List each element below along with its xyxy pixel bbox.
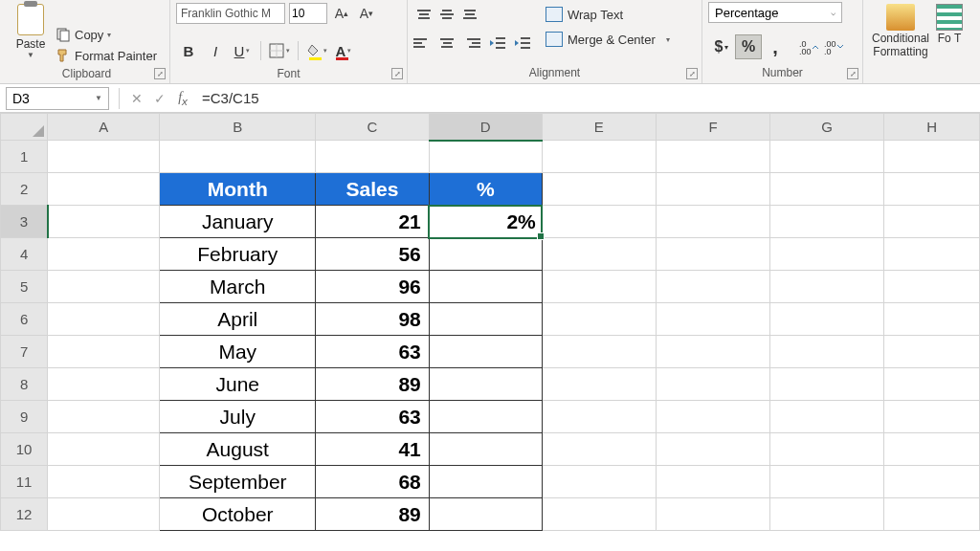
cell-G7[interactable] [770, 336, 884, 368]
cell-A4[interactable] [48, 238, 160, 271]
column-header-D[interactable]: D [429, 114, 542, 141]
percent-format-button[interactable]: % [735, 34, 762, 59]
cell-F2[interactable] [656, 173, 769, 206]
cell-C4[interactable]: 56 [316, 238, 430, 271]
cell-D2[interactable]: % [429, 173, 542, 206]
cell-A9[interactable] [48, 401, 160, 433]
cell-G11[interactable] [770, 466, 884, 498]
cell-F10[interactable] [656, 433, 769, 466]
cell-G10[interactable] [770, 433, 884, 466]
cell-G1[interactable] [770, 141, 884, 173]
cell-D1[interactable] [429, 141, 542, 173]
comma-format-button[interactable]: , [762, 34, 789, 59]
fill-color-button[interactable]: ▾ [304, 38, 329, 63]
cell-F12[interactable] [656, 498, 769, 531]
font-dialog-launcher[interactable]: ⤢ [391, 68, 403, 79]
cell-B4[interactable]: February [160, 238, 316, 271]
align-left-button[interactable] [413, 33, 434, 54]
cell-A7[interactable] [48, 336, 160, 368]
increase-indent-button[interactable] [511, 33, 534, 54]
cell-F1[interactable] [656, 141, 769, 173]
cell-G3[interactable] [770, 206, 884, 238]
cell-H5[interactable] [884, 271, 980, 303]
cell-B2[interactable]: Month [160, 173, 316, 206]
cell-E6[interactable] [542, 303, 656, 336]
column-header-A[interactable]: A [48, 114, 160, 141]
row-header-7[interactable]: 7 [1, 336, 48, 368]
copy-button[interactable]: Copy ▾ [56, 25, 157, 44]
cell-G2[interactable] [770, 173, 884, 206]
row-header-4[interactable]: 4 [1, 238, 48, 271]
cell-E11[interactable] [542, 466, 656, 498]
align-middle-button[interactable] [436, 4, 457, 25]
cell-C5[interactable]: 96 [316, 271, 430, 303]
row-header-12[interactable]: 12 [1, 498, 48, 531]
cell-C1[interactable] [316, 141, 430, 173]
cell-D6[interactable] [429, 303, 542, 336]
cell-B3[interactable]: January [160, 206, 316, 238]
cell-H2[interactable] [884, 173, 980, 206]
column-header-F[interactable]: F [656, 114, 769, 141]
merge-center-button[interactable]: Merge & Center ▾ [546, 29, 670, 50]
cell-C9[interactable]: 63 [316, 401, 430, 433]
cell-D11[interactable] [429, 466, 542, 498]
number-format-select[interactable]: Percentage ⌵ [708, 2, 842, 23]
cell-D7[interactable] [429, 336, 542, 368]
cell-E4[interactable] [542, 238, 656, 271]
enter-formula-button[interactable]: ✓ [148, 87, 171, 110]
cell-A2[interactable] [48, 173, 160, 206]
clipboard-dialog-launcher[interactable]: ⤢ [154, 68, 166, 79]
increase-decimal-button[interactable]: .0.00 [796, 34, 821, 59]
cell-E10[interactable] [542, 433, 656, 466]
cell-E3[interactable] [542, 206, 656, 238]
cell-H11[interactable] [884, 466, 980, 498]
font-name-select[interactable] [176, 3, 285, 24]
cell-F8[interactable] [656, 368, 769, 401]
cell-H9[interactable] [884, 401, 980, 433]
cell-H1[interactable] [884, 141, 980, 173]
spreadsheet-grid[interactable]: ABCDEFGH12MonthSales%3January212%4Februa… [0, 113, 980, 531]
column-header-G[interactable]: G [770, 114, 884, 141]
name-box[interactable]: D3 ▼ [6, 87, 109, 110]
cell-H12[interactable] [884, 498, 980, 531]
cell-F4[interactable] [656, 238, 769, 271]
cell-H3[interactable] [884, 206, 980, 238]
align-center-button[interactable] [436, 33, 457, 54]
cell-G8[interactable] [770, 368, 884, 401]
conditional-formatting-button[interactable]: Conditional Formatting [869, 2, 932, 59]
cell-E7[interactable] [542, 336, 656, 368]
column-header-B[interactable]: B [160, 114, 316, 141]
cancel-formula-button[interactable]: ✕ [125, 87, 148, 110]
select-all-corner[interactable] [1, 114, 48, 141]
cell-A11[interactable] [48, 466, 160, 498]
cell-C12[interactable]: 89 [316, 498, 430, 531]
cell-D4[interactable] [429, 238, 542, 271]
cell-A3[interactable] [48, 206, 160, 238]
italic-button[interactable]: I [203, 38, 228, 63]
cell-H4[interactable] [884, 238, 980, 271]
cell-A1[interactable] [48, 141, 160, 173]
cell-H8[interactable] [884, 368, 980, 401]
formula-input[interactable] [194, 87, 980, 110]
row-header-2[interactable]: 2 [1, 173, 48, 206]
column-header-C[interactable]: C [316, 114, 430, 141]
cell-G12[interactable] [770, 498, 884, 531]
cell-C10[interactable]: 41 [316, 433, 430, 466]
accounting-format-button[interactable]: $▾ [708, 34, 735, 59]
row-header-5[interactable]: 5 [1, 271, 48, 303]
decrease-font-button[interactable]: A▾ [356, 3, 377, 24]
cell-H10[interactable] [884, 433, 980, 466]
row-header-6[interactable]: 6 [1, 303, 48, 336]
row-header-10[interactable]: 10 [1, 433, 48, 466]
paste-button[interactable]: Paste ▼ [10, 2, 52, 59]
cell-E5[interactable] [542, 271, 656, 303]
cell-B10[interactable]: August [160, 433, 316, 466]
cell-G6[interactable] [770, 303, 884, 336]
cell-F3[interactable] [656, 206, 769, 238]
cell-A10[interactable] [48, 433, 160, 466]
cell-C6[interactable]: 98 [316, 303, 430, 336]
cell-F11[interactable] [656, 466, 769, 498]
cell-F5[interactable] [656, 271, 769, 303]
align-top-button[interactable] [413, 4, 434, 25]
cell-F9[interactable] [656, 401, 769, 433]
